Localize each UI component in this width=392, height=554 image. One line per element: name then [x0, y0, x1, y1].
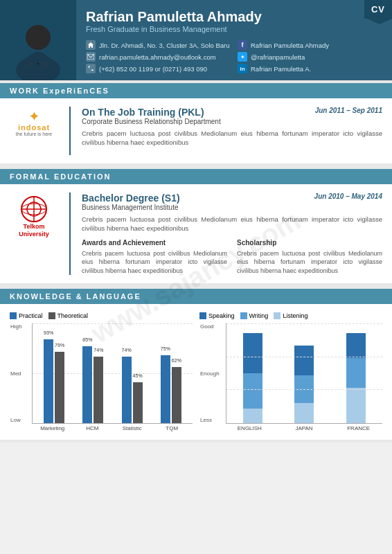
contact-address: Jln. Dr. Ahmadi, No. 3, Cluster 3A, Solo… [86, 40, 231, 50]
indosat-star-icon: ✦ [28, 109, 40, 123]
lang-listening-2 [346, 388, 366, 423]
legend-listening-box [274, 312, 280, 319]
edu-divider [69, 193, 71, 275]
work-experiences-section: WORK ExpeRiEnCES ✦ indosat the future is… [0, 80, 392, 166]
knowledge-section: KNOWLEDGE & LANGUAGE Practical Theoretic… [0, 286, 392, 443]
formal-education-section: FORMAL EDUCATION TelkomUniversity Bachel… [0, 166, 392, 286]
experience-item-0: ✦ indosat the future is here On The Job … [10, 107, 382, 155]
bar-xlabel-0: Marketing [35, 425, 71, 431]
svg-point-1 [26, 25, 51, 50]
bar-xlabel-2: Statistic [114, 425, 150, 431]
lang-x-labels: ENGLISHJAPANFRANCE [226, 425, 382, 431]
lang-bar-groups [231, 323, 378, 423]
lang-speaking-1 [294, 346, 314, 375]
awards-title: Awards and Achievement [82, 239, 227, 247]
gridline-high [33, 323, 193, 324]
telkom-icon [20, 195, 48, 223]
telkom-logo: TelkomUniversity [10, 193, 58, 238]
indosat-logo: ✦ indosat the future is here [10, 107, 58, 136]
bar-group-1: 85%74% [75, 333, 110, 423]
twitter-icon: ✦ [238, 52, 247, 62]
indosat-name: indosat [18, 123, 50, 132]
bar-theoretical-1: 74% [93, 357, 103, 423]
bar-chart-legend: Practical Theoretical [10, 312, 193, 319]
exp-title: On The Job Training (PKL) [82, 107, 204, 118]
lang-listening-1 [294, 403, 314, 423]
scholarship-desc: Crebris pacem luctuosa post civilibus Me… [237, 249, 382, 276]
lang-xlabel-0: ENGLISH [226, 425, 274, 431]
awards-col: Awards and Achievement Crebris pacem luc… [82, 239, 227, 276]
awards-row: Awards and Achievement Crebris pacem luc… [82, 239, 382, 276]
bar-xlabel-3: TQM [154, 425, 190, 431]
bar-group-3: 75%62% [154, 333, 188, 423]
scholarship-col: Scholarship Crebris pacem luctuosa post … [237, 239, 382, 276]
formal-education-header: FORMAL EDUCATION [0, 169, 392, 184]
edu-institute: Business Management Institute [82, 204, 382, 211]
bar-chart: High Med Low 93%79%85%74%74%45%75%62% Ma… [32, 323, 193, 431]
cv-badge: CV [364, 0, 392, 19]
lang-gridline-mid [226, 357, 382, 357]
telkom-name: TelkomUniversity [19, 223, 49, 238]
exp-header-row: On The Job Training (PKL) Jun 2011 – Sep… [82, 107, 382, 118]
contact-phone: (+62) 852 00 1199 or (0271) 493 090 [86, 64, 231, 73]
experience-detail: On The Job Training (PKL) Jun 2011 – Sep… [82, 107, 382, 148]
bar-practical-3: 75% [161, 355, 170, 423]
legend-theoretical-label: Theoretical [57, 312, 89, 319]
bar-theoretical-2: 45% [133, 382, 143, 423]
home-icon [86, 40, 96, 50]
legend-speaking-box [199, 312, 206, 319]
lang-chart-container: Speaking Writing Listening Good Enough [199, 312, 382, 431]
exp-desc: Crebris pacem luctuosa post civilibus Me… [82, 129, 382, 148]
bar-x-labels: MarketingHCMStatisticTQM [32, 425, 193, 431]
bar-practical-0: 93% [44, 339, 53, 423]
lang-y-label-good: Good [200, 323, 220, 330]
edu-degree: Bachelor Degree (S1) [82, 193, 180, 204]
header: Rafrian Pamuletta Ahmady Fresh Graduate … [0, 0, 392, 80]
legend-writing-label: Writing [249, 312, 269, 319]
bar-theoretical-3: 62% [172, 367, 181, 423]
lang-y-label-enough: Enough [200, 370, 220, 377]
experience-divider [69, 107, 71, 155]
work-experiences-header: WORK ExpeRiEnCES [0, 83, 392, 98]
edu-date: Jun 2010 – May 2014 [314, 193, 382, 200]
edu-desc: Crebris pacem luctuosa post civilibus Me… [82, 215, 382, 233]
contact-facebook: f Rafrian Pamuletta Ahmady [238, 40, 382, 50]
legend-practical-box [10, 312, 17, 319]
legend-listening-label: Listening [283, 312, 308, 319]
edu-header-row: Bachelor Degree (S1) Jun 2010 – May 2014 [82, 193, 382, 204]
candidate-title: Fresh Graduate in Business Management [86, 25, 382, 33]
y-label-med: Med [10, 370, 21, 377]
legend-speaking: Speaking [199, 312, 235, 319]
lang-xlabel-2: FRANCE [335, 425, 382, 431]
bar-chart-container: Practical Theoretical High Med Low [10, 312, 193, 431]
y-label-low: Low [10, 417, 21, 423]
lang-group-0 [231, 333, 275, 423]
bar-theoretical-0: 79% [55, 352, 64, 423]
indosat-tagline: the future is here [16, 132, 53, 136]
formal-education-content: TelkomUniversity Bachelor Degree (S1) Ju… [0, 184, 392, 283]
legend-writing: Writing [240, 312, 269, 319]
legend-speaking-label: Speaking [208, 312, 235, 319]
contact-linkedin: in Rafrian Pamuletta A. [238, 64, 382, 73]
lang-writing-0 [243, 373, 262, 409]
lang-chart: Good Enough Less ENGLISHJAPANFRANCE [226, 323, 382, 431]
legend-writing-box [240, 312, 247, 319]
contact-twitter: ✦ @rafrianpamuletta [238, 52, 382, 62]
lang-chart-legend: Speaking Writing Listening [199, 312, 382, 319]
lang-listening-0 [243, 409, 262, 423]
lang-group-1 [282, 346, 326, 423]
scholarship-title: Scholarship [237, 239, 382, 247]
bar-xlabel-1: HCM [75, 425, 111, 431]
lang-y-axis-labels: Good Enough Less [200, 323, 220, 423]
knowledge-content: Practical Theoretical High Med Low [0, 304, 392, 440]
legend-practical-label: Practical [19, 312, 43, 319]
knowledge-header: KNOWLEDGE & LANGUAGE [0, 289, 392, 304]
y-axis-labels: High Med Low [10, 323, 21, 423]
email-icon [86, 52, 96, 62]
avatar-silhouette [7, 11, 69, 80]
avatar-container [0, 0, 76, 80]
exp-dept: Corporate Business Relationship Departme… [82, 118, 382, 125]
lang-y-label-less: Less [200, 417, 220, 423]
linkedin-icon: in [238, 64, 247, 73]
legend-theoretical: Theoretical [48, 312, 89, 319]
